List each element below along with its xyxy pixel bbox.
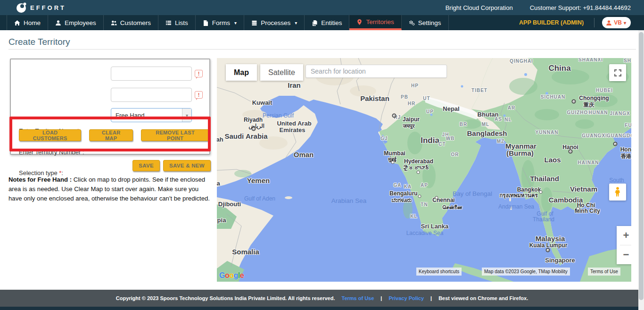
- map-label: UT: [423, 96, 430, 101]
- map-label: UP: [426, 109, 434, 114]
- map-label: Jaipur: [403, 116, 420, 123]
- nav-item-home[interactable]: Home: [7, 15, 48, 30]
- map-label: Laos: [544, 156, 561, 164]
- map-label: YUNNAN: [536, 130, 559, 135]
- map-label: India: [421, 136, 439, 145]
- map-label: GJ: [380, 136, 388, 141]
- map-label: AS: [495, 117, 502, 122]
- map-label: TN: [421, 202, 428, 207]
- map-terms-link[interactable]: Terms of Use: [588, 268, 620, 276]
- map-label: Nepal: [443, 105, 459, 112]
- map-label: Pakistan: [360, 94, 389, 102]
- copyright-text: Copyright © 2023 Spoors Technology Solut…: [116, 295, 335, 301]
- territory-name-input[interactable]: [111, 67, 192, 81]
- map-label: SICHUAN: [541, 94, 566, 100]
- map-label: Malaysia: [536, 235, 565, 243]
- nav-item-lists[interactable]: Lists: [158, 15, 196, 30]
- nav-item-employees[interactable]: Employees: [48, 15, 104, 30]
- divider: [8, 49, 636, 50]
- nav-item-processes[interactable]: Processes ▾: [244, 15, 305, 30]
- map-label: Sri Lanka: [421, 223, 449, 230]
- nav-item-territories[interactable]: Territories: [349, 15, 401, 30]
- map-search-input[interactable]: [305, 65, 447, 78]
- map-label: United Arab: [277, 120, 311, 127]
- nav-item-settings[interactable]: Settings: [402, 15, 449, 30]
- map-label: 香港: [621, 153, 632, 160]
- documents-icon: [312, 20, 318, 26]
- map-label: Yemen: [247, 176, 270, 184]
- map-label: Gulf of Aden: [244, 195, 275, 202]
- footer-privacy-link[interactable]: Privacy Policy: [388, 295, 424, 301]
- keyboard-shortcuts-link[interactable]: Keyboard shortcuts: [416, 268, 462, 276]
- select-dropdown-arrow[interactable]: ▾: [182, 109, 191, 122]
- save-and-new-button[interactable]: SAVE & NEW: [163, 160, 211, 171]
- footer-separator: |: [380, 295, 382, 301]
- footer-terms-link[interactable]: Terms of Use: [341, 295, 374, 301]
- map-pin-icon: [356, 19, 363, 25]
- map-label: PB: [401, 94, 408, 100]
- map-label: ಬೆಂಗಳೂರು: [392, 197, 412, 203]
- nav-item-entities[interactable]: Entities: [305, 15, 349, 30]
- selection-type-select[interactable]: Free Hand ▾: [111, 108, 192, 122]
- map-label: Mumbai: [384, 150, 405, 157]
- fullscreen-icon: [614, 69, 621, 76]
- best-viewed-text: Best viewed on Chrome and Firefox.: [438, 295, 528, 301]
- nav-label: Processes: [261, 19, 290, 26]
- google-logo[interactable]: Google: [219, 271, 244, 280]
- load-customers-button[interactable]: LOAD CUSTOMERS: [19, 129, 81, 141]
- brand-logo: EFFORT: [16, 1, 66, 14]
- map-label: சென்னை: [442, 204, 462, 210]
- page-scrollbar[interactable]: [638, 30, 644, 310]
- map-label: KL: [410, 214, 417, 219]
- app-builder-label: APP BUILDER (ADMIN): [519, 19, 584, 26]
- scrollbar-thumb[interactable]: [639, 32, 644, 300]
- map-label: OR: [451, 152, 459, 157]
- google-logo-letter: G: [219, 271, 225, 279]
- map-type-satellite-button[interactable]: Satellite: [260, 64, 303, 81]
- map-label: CT: [438, 142, 446, 147]
- territory-map[interactable]: ChinaIndiaPakistanIranKuwaitSaudi Arabia…: [217, 58, 631, 282]
- pegman-button[interactable]: [609, 184, 626, 201]
- save-button[interactable]: SAVE: [132, 160, 160, 171]
- brand-name: EFFORT: [30, 4, 66, 11]
- clear-map-button[interactable]: CLEAR MAP: [89, 129, 133, 141]
- pegman-icon: [614, 187, 621, 197]
- chevron-down-icon: ▾: [295, 20, 297, 25]
- user-menu-button[interactable]: VB ▾: [602, 17, 631, 28]
- map-label: GUANGDONG: [607, 133, 631, 138]
- zoom-in-button[interactable]: +: [617, 226, 631, 245]
- chevron-down-icon: ▾: [624, 20, 626, 25]
- map-label: AR: [508, 105, 515, 110]
- effort-logo-icon: [16, 1, 27, 14]
- stack-icon: [251, 20, 257, 26]
- map-label: BR: [460, 122, 467, 127]
- map-label: (Burma): [506, 149, 534, 157]
- company-name: Bright Cloud Corporation: [446, 4, 513, 11]
- zoom-out-button[interactable]: −: [617, 245, 631, 264]
- territory-number-input[interactable]: [111, 88, 192, 102]
- google-logo-letter: o: [229, 271, 233, 279]
- nav-label: Territories: [366, 18, 394, 25]
- zoom-control: + −: [617, 226, 631, 264]
- footer: Copyright © 2023 Spoors Technology Solut…: [0, 290, 644, 307]
- nav-item-customers[interactable]: Customers: [104, 15, 158, 30]
- map-label: Hong: [620, 146, 631, 153]
- map-marker: [569, 150, 573, 154]
- gear-icon: [409, 20, 415, 26]
- map-label: Kuwait: [252, 99, 272, 106]
- map-label: China: [548, 64, 570, 73]
- nav-label: Home: [24, 19, 41, 26]
- territory-form-panel: Enter Territory Name *: ! Enter Territor…: [10, 59, 210, 155]
- map-label: जयपुर: [403, 123, 415, 129]
- nav-item-forms[interactable]: Forms ▾: [196, 15, 244, 30]
- remove-last-point-button[interactable]: REMOVE LAST POINT: [141, 129, 209, 141]
- fullscreen-button[interactable]: [609, 64, 626, 81]
- map-marker: [418, 195, 421, 198]
- page-title: Create Territory: [8, 37, 70, 47]
- map-type-map-button[interactable]: Map: [226, 64, 257, 81]
- map-label: Persian Gulf: [263, 112, 294, 119]
- map-label: Andaman Sea: [498, 203, 534, 210]
- map-label: Laccadive Sea: [406, 230, 444, 236]
- map-label: Djibouti: [218, 201, 241, 208]
- nav-label: Forms: [212, 19, 230, 26]
